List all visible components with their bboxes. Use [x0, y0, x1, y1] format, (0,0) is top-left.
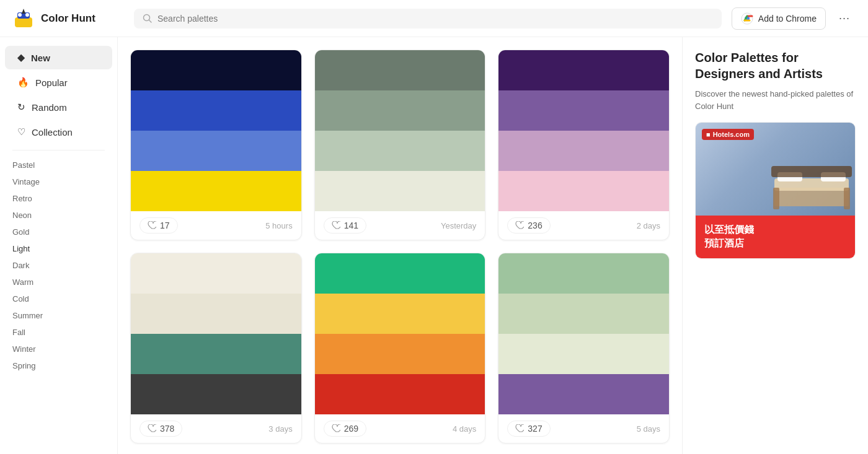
- color-strip-5-3: [315, 334, 485, 374]
- color-strip-5-1: [315, 253, 485, 294]
- like-count-3: 236: [528, 220, 542, 230]
- sidebar-tag-vintage[interactable]: Vintage: [0, 173, 117, 190]
- logo-area: Color Hunt: [12, 7, 124, 30]
- header-right: Add to Chrome ···: [732, 7, 856, 30]
- palette-footer-6: 327 5 days: [498, 414, 669, 443]
- hotels-logo: ■ Hotels.com: [702, 129, 754, 140]
- time-label-6: 5 days: [637, 424, 660, 434]
- color-strip-1-3: [131, 131, 301, 171]
- search-bar[interactable]: [134, 9, 722, 28]
- add-to-chrome-button[interactable]: Add to Chrome: [732, 7, 826, 30]
- sidebar-item-new-label: New: [31, 53, 50, 63]
- ad-card[interactable]: ■ Hotels.com 以至抵價錢 預訂酒店: [695, 122, 856, 259]
- sidebar-tag-fall[interactable]: Fall: [0, 324, 117, 341]
- color-strip-1-4: [131, 171, 301, 211]
- like-count-6: 327: [528, 424, 542, 434]
- color-strip-3-4: [498, 171, 669, 211]
- palette-colors-3: [498, 50, 669, 211]
- time-label-2: Yesterday: [441, 221, 476, 230]
- promo-title: Color Palettes for Designers and Artists: [695, 50, 856, 82]
- color-strip-3-1: [498, 50, 669, 90]
- time-label-1: 5 hours: [265, 221, 292, 230]
- sidebar-tag-light[interactable]: Light: [0, 240, 117, 257]
- sidebar-item-random[interactable]: ↻ Random: [5, 95, 112, 119]
- sidebar-tag-warm[interactable]: Warm: [0, 274, 117, 290]
- search-input[interactable]: [157, 14, 713, 24]
- svg-point-3: [25, 13, 29, 17]
- palette-colors-5: [315, 253, 485, 414]
- time-label-5: 4 days: [453, 424, 476, 434]
- sidebar-tag-cold[interactable]: Cold: [0, 290, 117, 307]
- color-strip-5-4: [315, 374, 485, 414]
- sidebar-tag-dark[interactable]: Dark: [0, 257, 117, 274]
- svg-point-2: [18, 13, 22, 17]
- palette-footer-4: 378 3 days: [131, 414, 301, 443]
- color-strip-4-2: [131, 294, 301, 334]
- sidebar-item-new[interactable]: ◆ New: [5, 46, 112, 69]
- like-button-2[interactable]: 141: [324, 217, 366, 234]
- color-strip-4-1: [131, 253, 301, 294]
- svg-rect-13: [773, 188, 779, 209]
- time-label-4: 3 days: [268, 424, 292, 434]
- right-panel: Color Palettes for Designers and Artists…: [682, 37, 868, 454]
- hotels-label: Hotels.com: [713, 131, 750, 138]
- color-strip-6-1: [498, 253, 669, 294]
- logo-icon: [12, 7, 35, 30]
- color-strip-2-4: [315, 171, 485, 211]
- color-strip-3-3: [498, 131, 669, 171]
- like-button-1[interactable]: 17: [140, 217, 178, 234]
- sidebar-tag-winter[interactable]: Winter: [0, 341, 117, 357]
- heart-icon-2: [332, 221, 340, 230]
- sidebar-tag-retro[interactable]: Retro: [0, 190, 117, 207]
- sidebar-tag-neon[interactable]: Neon: [0, 207, 117, 224]
- palette-footer-2: 141 Yesterday: [315, 211, 485, 240]
- palette-card-6[interactable]: 327 5 days: [498, 253, 670, 443]
- color-strip-4-4: [131, 374, 301, 414]
- sidebar-item-random-label: Random: [32, 102, 67, 113]
- sidebar-tag-spring[interactable]: Spring: [0, 357, 117, 374]
- sidebar-item-popular[interactable]: 🔥 Popular: [5, 71, 112, 94]
- color-strip-2-3: [315, 131, 485, 171]
- sidebar-item-collection-label: Collection: [32, 127, 73, 138]
- heart-icon-5: [332, 424, 340, 433]
- svg-rect-14: [844, 188, 850, 209]
- diamond-icon: ◆: [17, 52, 25, 63]
- sidebar-tag-pastel[interactable]: Pastel: [0, 157, 117, 173]
- like-count-5: 269: [344, 424, 358, 434]
- palette-card-5[interactable]: 269 4 days: [314, 253, 486, 443]
- bed-illustration: [768, 154, 855, 216]
- palette-colors-4: [131, 253, 301, 414]
- search-icon: [143, 14, 153, 24]
- palette-footer-1: 17 5 hours: [131, 211, 301, 240]
- palette-card-1[interactable]: 17 5 hours: [130, 50, 302, 240]
- random-icon: ↻: [17, 102, 25, 113]
- palette-content: 17 5 hours 14: [118, 37, 682, 454]
- logo-text: Color Hunt: [41, 12, 95, 25]
- like-button-3[interactable]: 236: [507, 217, 550, 234]
- svg-line-6: [149, 20, 152, 22]
- color-strip-1-1: [131, 50, 301, 90]
- heart-icon-1: [148, 221, 156, 230]
- like-button-6[interactable]: 327: [507, 421, 550, 437]
- ad-cta-line2: 預訂酒店: [704, 237, 846, 250]
- sidebar-tag-gold[interactable]: Gold: [0, 224, 117, 240]
- time-label-3: 2 days: [637, 221, 660, 230]
- palette-card-3[interactable]: 236 2 days: [498, 50, 670, 240]
- palette-card-2[interactable]: 141 Yesterday: [314, 50, 486, 240]
- sidebar-tag-summer[interactable]: Summer: [0, 307, 117, 324]
- color-strip-2-1: [315, 50, 485, 90]
- more-options-button[interactable]: ···: [833, 7, 856, 30]
- promo-desc: Discover the newest hand-picked palettes…: [695, 88, 856, 112]
- color-strip-4-3: [131, 334, 301, 374]
- chrome-icon: [741, 12, 753, 25]
- palette-footer-3: 236 2 days: [498, 211, 669, 240]
- like-button-4[interactable]: 378: [140, 421, 182, 437]
- like-button-5[interactable]: 269: [324, 421, 366, 437]
- sidebar-item-collection[interactable]: ♡ Collection: [5, 120, 112, 144]
- ad-footer: 以至抵價錢 預訂酒店: [696, 216, 855, 258]
- palette-colors-1: [131, 50, 301, 211]
- palette-colors-6: [498, 253, 669, 414]
- palette-card-4[interactable]: 378 3 days: [130, 253, 302, 443]
- sidebar-item-popular-label: Popular: [35, 77, 68, 88]
- sidebar-divider: [12, 150, 105, 151]
